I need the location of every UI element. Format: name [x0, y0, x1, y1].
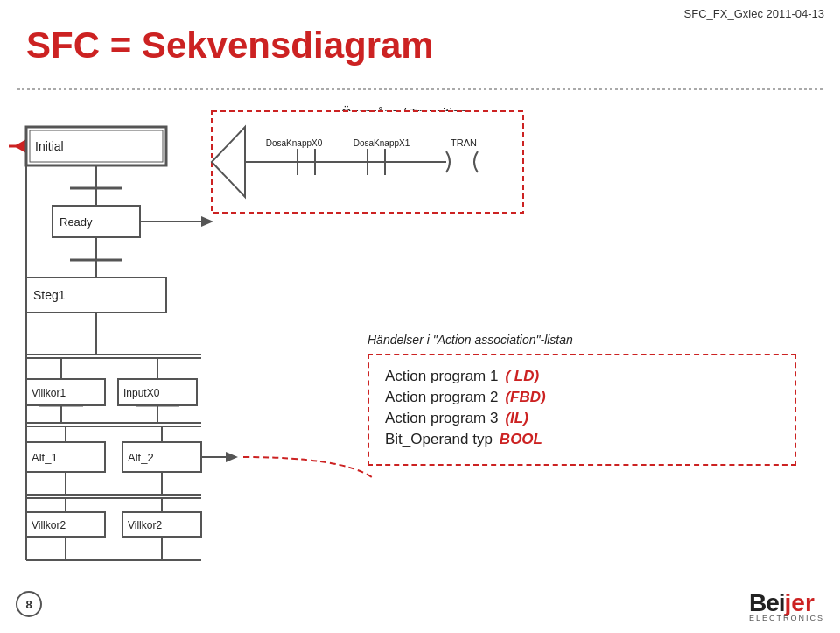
page-title: SFC = Sekvensdiagram — [26, 25, 434, 67]
header-meta: SFC_FX_Gxlec 2011-04-13 — [684, 7, 824, 20]
svg-text:DosaKnappX1: DosaKnappX1 — [354, 138, 410, 148]
beijer-logo: Beijer ELECTRONICS — [749, 589, 824, 622]
action-label-2: Action program 2 — [385, 389, 498, 406]
action-header: Händelser i "Action association"-listan — [368, 333, 796, 347]
action-label-3: Action program 3 — [385, 410, 498, 427]
svg-text:Alt_1: Alt_1 — [32, 451, 58, 464]
action-item-4: Bit_Operand typ BOOL — [385, 431, 779, 448]
svg-text:DosaKnappX0: DosaKnappX0 — [266, 138, 323, 148]
transition-area: DosaKnappX0 DosaKnappX1 TRAN — [210, 109, 525, 215]
svg-text:Initial: Initial — [35, 139, 64, 153]
svg-marker-39 — [226, 452, 238, 462]
svg-text:Villkor1: Villkor1 — [32, 387, 66, 399]
action-item-3: Action program 3 (IL) — [385, 410, 779, 427]
action-keyword-2: (FBD) — [505, 389, 545, 406]
svg-text:Steg1: Steg1 — [33, 288, 66, 302]
svg-text:Alt_2: Alt_2 — [128, 451, 154, 464]
action-area: Händelser i "Action association"-listan … — [368, 333, 796, 466]
action-keyword-4: BOOL — [500, 431, 542, 448]
action-label-4: Bit_Operand typ — [385, 431, 493, 448]
separator-line — [18, 88, 822, 90]
svg-text:TRAN: TRAN — [451, 137, 477, 148]
svg-text:InputX0: InputX0 — [123, 387, 160, 399]
svg-text:Ready: Ready — [60, 215, 93, 229]
svg-text:Villkor2: Villkor2 — [128, 519, 162, 531]
svg-marker-11 — [201, 216, 214, 227]
svg-text:Villkor2: Villkor2 — [32, 519, 66, 531]
action-item-1: Action program 1 ( LD) — [385, 368, 779, 385]
action-box: Action program 1 ( LD) Action program 2 … — [368, 354, 796, 466]
action-keyword-1: ( LD) — [505, 368, 539, 385]
action-item-2: Action program 2 (FBD) — [385, 389, 779, 406]
page-number: 8 — [16, 591, 42, 617]
action-label-1: Action program 1 — [385, 368, 498, 385]
logo-sub: ELECTRONICS — [749, 614, 824, 622]
action-keyword-3: (IL) — [505, 410, 528, 427]
